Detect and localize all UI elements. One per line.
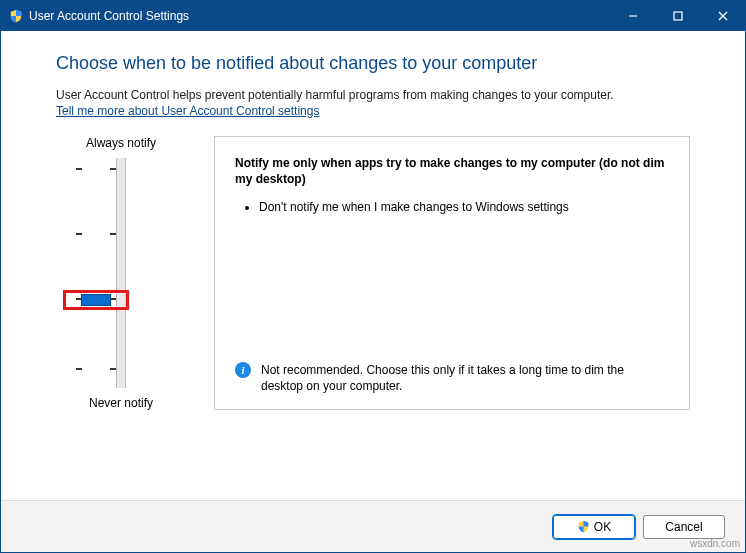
recommendation-row: i Not recommended. Choose this only if i… — [235, 352, 669, 394]
ok-label: OK — [594, 520, 611, 534]
slider-top-label: Always notify — [86, 136, 156, 150]
body-row: Always notify Never notify Notify me onl… — [56, 136, 690, 410]
recommendation-text: Not recommended. Choose this only if it … — [261, 362, 669, 394]
slider-tick — [76, 368, 116, 370]
shield-icon — [9, 9, 23, 23]
uac-settings-window: User Account Control Settings Choose whe… — [0, 0, 746, 553]
slider-tick — [76, 168, 116, 170]
slider-track[interactable] — [91, 158, 151, 388]
page-heading: Choose when to be notified about changes… — [56, 53, 690, 74]
cancel-button[interactable]: Cancel — [643, 515, 725, 539]
slider-tick — [76, 233, 116, 235]
window-controls — [610, 1, 745, 31]
level-bullets: Don't notify me when I make changes to W… — [245, 199, 669, 216]
content-area: Choose when to be notified about changes… — [1, 31, 745, 500]
dialog-footer: OK Cancel — [1, 500, 745, 552]
level-title: Notify me only when apps try to make cha… — [235, 155, 669, 187]
page-description: User Account Control helps prevent poten… — [56, 88, 690, 104]
titlebar: User Account Control Settings — [1, 1, 745, 31]
level-bullet: Don't notify me when I make changes to W… — [259, 199, 669, 216]
notification-slider: Always notify Never notify — [56, 136, 186, 410]
cancel-label: Cancel — [665, 520, 702, 534]
svg-rect-1 — [674, 12, 682, 20]
slider-thumb[interactable] — [81, 294, 111, 306]
maximize-button[interactable] — [655, 1, 700, 31]
slider-bottom-label: Never notify — [89, 396, 153, 410]
learn-more-link[interactable]: Tell me more about User Account Control … — [56, 104, 690, 118]
close-button[interactable] — [700, 1, 745, 31]
info-icon: i — [235, 362, 251, 378]
ok-button[interactable]: OK — [553, 515, 635, 539]
watermark: wsxdn.com — [690, 538, 740, 549]
minimize-button[interactable] — [610, 1, 655, 31]
window-title: User Account Control Settings — [29, 9, 610, 23]
level-description-panel: Notify me only when apps try to make cha… — [214, 136, 690, 410]
shield-icon — [577, 520, 590, 533]
